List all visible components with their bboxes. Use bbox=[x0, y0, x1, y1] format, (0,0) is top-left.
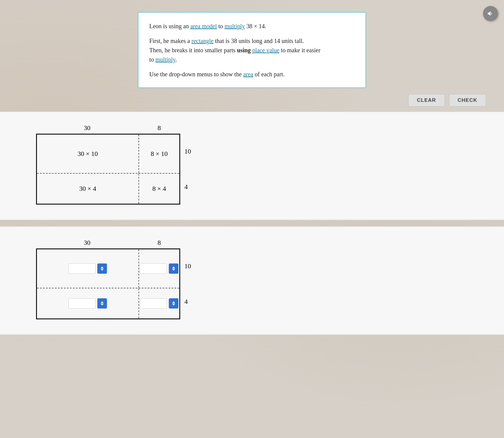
interactive-model-row: 10 4 bbox=[36, 248, 191, 319]
instruction-line2: First, he makes a rectangle that is 38 u… bbox=[149, 36, 355, 64]
rectangle-link[interactable]: rectangle bbox=[192, 38, 214, 44]
dropdown-top-right-wrapper bbox=[140, 263, 178, 274]
input-top-right[interactable] bbox=[140, 263, 167, 274]
action-row: CLEAR CHECK bbox=[0, 88, 504, 111]
dropdown-bottom-left-wrapper bbox=[68, 298, 107, 309]
example-cell-bottom-left: 30 × 4 bbox=[37, 174, 139, 204]
interactive-cell-bottom-left bbox=[37, 288, 139, 318]
example-cell-top-left: 30 × 10 bbox=[37, 135, 139, 173]
multiply-link-1[interactable]: multiply bbox=[225, 23, 245, 29]
example-model-panel: 30 8 30 × 10 8 × 10 bbox=[0, 111, 504, 220]
arrow-down-top-left bbox=[101, 269, 104, 271]
arrow-up-bottom-right bbox=[172, 301, 175, 303]
dropdown-bottom-right-wrapper bbox=[140, 298, 178, 309]
example-model-row: 30 × 10 8 × 10 30 × 4 8 × 4 bbox=[36, 134, 191, 205]
instruction-line3: Use the drop-down menus to show the area… bbox=[149, 70, 355, 79]
arrow-down-bottom-left bbox=[101, 304, 104, 306]
interactive-row-label-10: 10 bbox=[184, 262, 191, 270]
example-col-label-30: 30 bbox=[36, 124, 138, 132]
arrow-down-bottom-right bbox=[172, 304, 175, 306]
interactive-row-label-4: 4 bbox=[184, 298, 191, 306]
interactive-row-labels: 10 4 bbox=[184, 248, 191, 319]
interactive-row-bottom bbox=[37, 288, 179, 318]
interactive-model-panel: 30 8 bbox=[0, 226, 504, 335]
arrow-up-bottom-left bbox=[101, 301, 104, 303]
spinner-bottom-right[interactable] bbox=[169, 298, 178, 309]
sound-button[interactable] bbox=[483, 6, 498, 21]
example-row-label-10: 10 bbox=[184, 148, 191, 155]
spinner-top-left[interactable] bbox=[97, 263, 107, 274]
clear-button[interactable]: CLEAR bbox=[408, 94, 445, 107]
instruction-box: Leon is using an area model to multiply … bbox=[138, 12, 366, 88]
input-top-left[interactable] bbox=[68, 263, 96, 274]
interactive-grid bbox=[36, 248, 180, 319]
input-bottom-left[interactable] bbox=[68, 298, 96, 309]
example-model-wrapper: 30 8 30 × 10 8 × 10 bbox=[36, 124, 486, 205]
place-value-link[interactable]: place value bbox=[252, 47, 280, 53]
arrow-down-top-right bbox=[172, 269, 175, 271]
example-cell-top-right: 8 × 10 bbox=[139, 135, 179, 173]
input-bottom-right[interactable] bbox=[140, 298, 167, 309]
arrow-up-top-left bbox=[101, 266, 104, 268]
interactive-cell-top-left bbox=[37, 249, 139, 288]
interactive-col-label-8: 8 bbox=[138, 239, 180, 247]
area-model-link[interactable]: area model bbox=[190, 23, 217, 29]
example-col-label-8: 8 bbox=[138, 124, 180, 132]
example-col-labels: 30 8 bbox=[36, 124, 180, 132]
speaker-icon bbox=[487, 10, 494, 17]
interactive-model-wrapper: 30 8 bbox=[36, 239, 486, 319]
instruction-line1: Leon is using an area model to multiply … bbox=[149, 22, 355, 31]
example-grid: 30 × 10 8 × 10 30 × 4 8 × 4 bbox=[36, 134, 180, 205]
spinner-top-right[interactable] bbox=[169, 263, 178, 274]
area-link[interactable]: area bbox=[243, 71, 253, 78]
interactive-row-top bbox=[37, 249, 179, 288]
example-row-labels: 10 4 bbox=[184, 134, 191, 205]
interactive-cell-bottom-right bbox=[139, 288, 179, 318]
check-button[interactable]: CHECK bbox=[449, 94, 486, 107]
interactive-col-labels: 30 8 bbox=[36, 239, 180, 247]
spinner-bottom-left[interactable] bbox=[97, 298, 107, 309]
multiply-link-2[interactable]: multiply bbox=[156, 56, 175, 63]
example-row-label-4: 4 bbox=[184, 183, 191, 191]
example-row-bottom: 30 × 4 8 × 4 bbox=[37, 174, 179, 204]
interactive-cell-top-right bbox=[139, 249, 179, 288]
example-row-top: 30 × 10 8 × 10 bbox=[37, 135, 179, 174]
example-cell-bottom-right: 8 × 4 bbox=[139, 174, 179, 204]
dropdown-top-left-wrapper bbox=[68, 263, 107, 274]
arrow-up-top-right bbox=[172, 266, 175, 268]
interactive-col-label-30: 30 bbox=[36, 239, 138, 247]
